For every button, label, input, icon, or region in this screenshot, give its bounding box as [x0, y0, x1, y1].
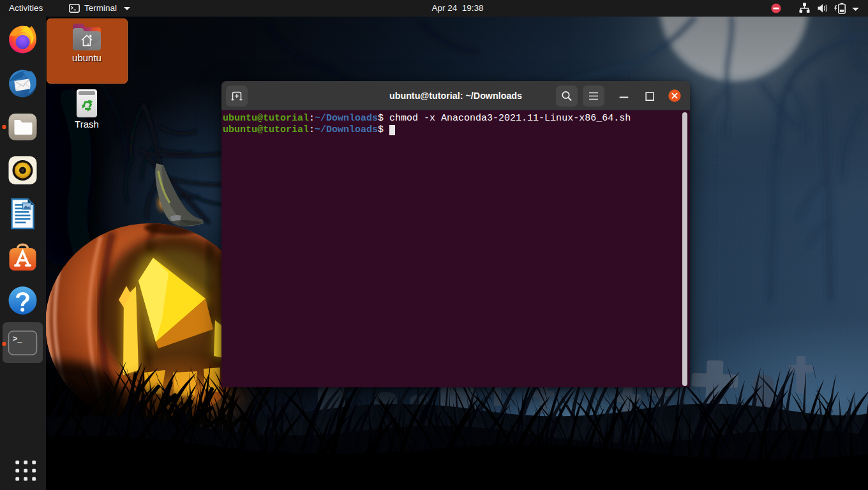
svg-text:>_: >_ — [13, 335, 22, 344]
